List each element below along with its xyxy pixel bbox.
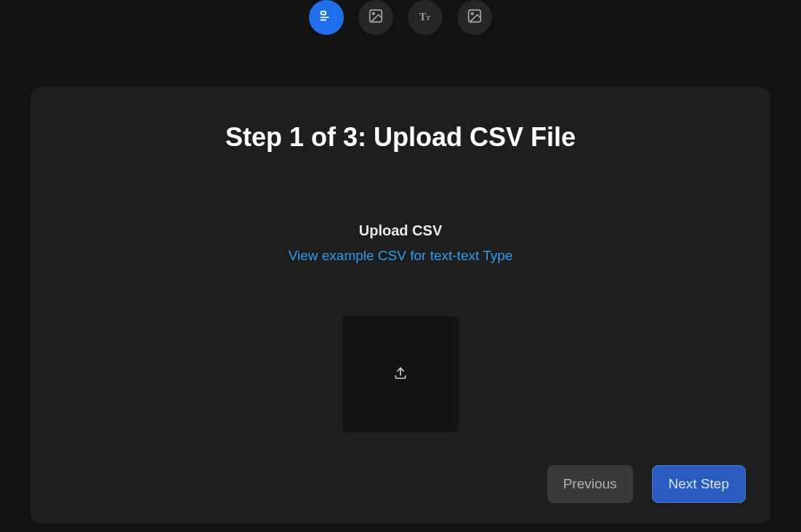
font-tab[interactable]: T T: [408, 0, 443, 35]
svg-point-8: [471, 12, 473, 15]
svg-point-4: [372, 12, 374, 15]
image-tab-2[interactable]: [457, 0, 492, 35]
font-icon: T T: [417, 8, 433, 27]
image-icon: [368, 8, 384, 27]
image-tab-1[interactable]: [358, 0, 393, 35]
button-row: Previous Next Step: [547, 465, 746, 503]
upload-dropzone[interactable]: [342, 316, 459, 432]
upload-section: Upload CSV View example CSV for text-tex…: [60, 222, 741, 432]
step-title: Step 1 of 3: Upload CSV File: [60, 122, 741, 153]
next-step-button[interactable]: Next Step: [652, 465, 746, 503]
tab-bar: T T: [0, 0, 801, 35]
upload-label: Upload CSV: [359, 222, 442, 239]
svg-rect-0: [321, 12, 326, 15]
upload-card: Step 1 of 3: Upload CSV File Upload CSV …: [31, 87, 770, 523]
text-text-tab[interactable]: [309, 0, 344, 35]
previous-button[interactable]: Previous: [547, 465, 633, 503]
image-icon: [467, 8, 483, 27]
example-csv-link[interactable]: View example CSV for text-text Type: [289, 248, 513, 264]
text-text-icon: [318, 8, 334, 27]
svg-text:T: T: [426, 15, 430, 22]
upload-icon: [393, 366, 408, 383]
